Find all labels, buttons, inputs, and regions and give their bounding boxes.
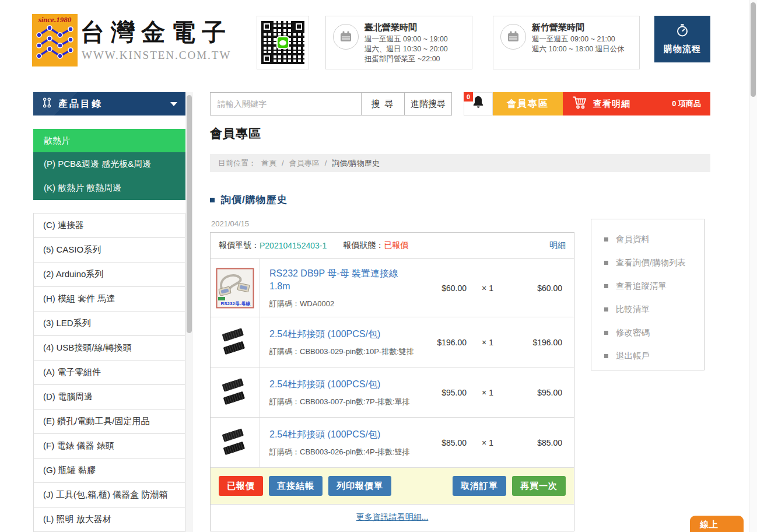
qr-finder-icon [261,21,272,32]
menu-item-watchlist[interactable]: 查看追蹤清單 [591,274,704,298]
breadcrumb: 目前位置： 首頁 / 會員專區 / 詢價/購物歷史 [210,154,710,172]
sidebar-item-bottles[interactable]: (G) 瓶罐 黏膠 [34,459,185,483]
cart-icon [572,96,587,112]
shopping-flow-button[interactable]: 購物流程 [654,16,710,62]
cart-label: 查看明細 [593,99,630,110]
order-item-row: 2.54杜邦接頭 (100PCS/包) 訂購碼：CBB003-026-pin數:… [211,417,574,467]
sidebar-item-pcb[interactable]: (P) PCB&週邊 感光板&周邊 [33,152,185,176]
product-image[interactable] [211,418,260,467]
sidebar-scrollbar-thumb[interactable] [187,95,192,333]
notification-badge: 0 [464,92,473,102]
sidebar-item-drill[interactable]: (E) 鑽孔/電動工具/固定用品 [34,410,185,434]
svg-text:RS232母-母線: RS232母-母線 [220,301,251,306]
sidebar-item-led[interactable]: (3) LED系列 [34,312,185,336]
taipei-hours-line: 週一至週五 09:00 ~ 19:00 [365,34,448,44]
taipei-hours-title: 臺北營業時間 [365,22,448,33]
sidebar-item-components[interactable]: (A) 電子零組件 [34,360,185,385]
logo[interactable]: since.1980 [32,14,78,66]
square-bullet-icon [604,237,608,242]
sidebar-item-computer[interactable]: (D) 電腦周邊 [34,385,185,410]
order-actions: 已報價 直接結帳 列印報價單 取消訂單 再買一次 [211,467,574,504]
product-title-link[interactable]: RS232 DB9P 母-母 裝置連接線 1.8m [269,267,415,293]
quoted-status-button[interactable]: 已報價 [219,476,263,496]
item-price: $60.00 [423,284,467,293]
breadcrumb-separator: / [282,159,284,167]
order-number-link[interactable]: P202104152403-1 [260,241,327,250]
sidebar-item-tools[interactable]: (J) 工具(包,箱,櫃) 儀器盒 防潮箱 [34,483,185,508]
sidebar-item-usb[interactable]: (4) USB接頭/線/轉換頭 [34,336,185,360]
sidebar-item-heatsink[interactable]: (K) 散熱片 散熱周邊 [33,176,185,200]
buy-again-button[interactable]: 再買一次 [512,476,566,496]
search-input[interactable] [211,93,361,115]
order-detail-link[interactable]: 明細 [549,240,566,251]
product-code: 訂購碼：WDA0002 [269,299,423,309]
sidebar-item-arduino[interactable]: (2) Arduino系列 [34,262,185,287]
item-total: $95.00 [509,388,562,397]
more-info-link[interactable]: 更多資訊請看明細... [356,512,429,522]
sidebar-item-lighting[interactable]: (L) 照明 放大器材 [34,508,185,532]
bell-icon [471,95,485,113]
sidebar-item-connector[interactable]: (C) 連接器 [34,214,185,238]
page-scrollbar-thumb[interactable] [751,2,756,97]
sidebar-item-meter[interactable]: (F) 電錶 儀器 錶頭 [34,434,185,459]
search-button[interactable]: 搜 尋 [361,93,404,115]
menu-item-logout[interactable]: 退出帳戶 [591,344,704,368]
menu-item-label: 查看追蹤清單 [616,281,667,292]
logo-since-text: since.1980 [32,14,78,24]
square-bullet-icon [210,198,215,202]
hsinchu-hours-panel: 新竹營業時間 週一至週五 09:00 ~ 21:00 週六 10:00 ~ 18… [493,16,640,69]
square-bullet-icon [604,331,608,335]
sidebar-item-heatsink-highlight[interactable]: 散熱片 [33,129,185,152]
product-title-link[interactable]: 2.54杜邦接頭 (100PCS/包) [269,428,415,441]
online-chat-button[interactable]: 線上 [690,516,744,532]
hsinchu-hours-line: 週一至週五 09:00 ~ 21:00 [532,34,625,44]
menu-item-profile[interactable]: 會員資料 [591,228,704,251]
shopping-flow-label: 購物流程 [664,44,701,55]
chevron-down-icon [170,102,177,106]
pin-header-icon [41,97,52,111]
qr-finder-icon [293,21,304,32]
product-title-link[interactable]: 2.54杜邦接頭 (100PCS/包) [269,378,415,391]
section-header: 詢價/購物歷史 [210,193,288,206]
menu-item-label: 會員資料 [616,234,650,245]
menu-item-compare[interactable]: 比較清單 [591,298,704,321]
cart-button[interactable]: 查看明細 0 項商品 [563,92,710,116]
product-image[interactable] [211,368,260,417]
item-total: $196.00 [509,338,562,347]
menu-item-label: 比較清單 [616,304,650,315]
menu-item-order-list[interactable]: 查看詢價/購物列表 [591,251,704,274]
order-footer: 更多資訊請看明細... [211,504,574,531]
calendar-icon [500,24,526,50]
product-image[interactable] [211,317,260,367]
taipei-hours-panel: 臺北營業時間 週一至週五 09:00 ~ 19:00 週六、週日 10:30 ~… [325,16,472,69]
notification-button[interactable]: 0 [464,92,493,116]
product-title-link[interactable]: 2.54杜邦接頭 (100PCS/包) [269,328,415,341]
menu-item-change-password[interactable]: 修改密碼 [591,321,704,344]
sidebar-item-casio[interactable]: (5) CASIO系列 [34,238,185,262]
checkout-button[interactable]: 直接結帳 [269,476,323,496]
section-title: 詢價/購物歷史 [221,193,288,206]
square-bullet-icon [604,261,608,265]
page: since.1980 台灣金電子 WWW.KINSTEN.COM.TW [0,0,757,532]
breadcrumb-member-link[interactable]: 會員專區 [289,158,320,169]
item-total: $85.00 [509,438,562,447]
product-image[interactable]: RS232母-母線 [211,259,260,317]
line-app-icon [276,36,289,49]
calendar-icon [333,24,359,50]
sidebar-scrollbar[interactable] [185,92,193,532]
brand-name[interactable]: 台灣金電子 [80,16,232,48]
page-scrollbar[interactable] [749,0,757,532]
breadcrumb-home-link[interactable]: 首頁 [261,158,276,169]
cancel-order-button[interactable]: 取消訂單 [453,476,506,496]
product-catalog-header[interactable]: 產品目錄 [33,92,185,116]
advanced-search-button[interactable]: 進階搜尋 [404,93,451,115]
menu-item-label: 查看詢價/購物列表 [616,257,686,268]
hsinchu-hours-title: 新竹營業時間 [532,22,625,33]
order-card: 報價單號： P202104152403-1 報價狀態： 已報價 明細 RS232… [210,232,574,531]
print-quote-button[interactable]: 列印報價單 [328,476,391,496]
member-area-button[interactable]: 會員專區 [493,92,563,116]
sidebar-item-modules[interactable]: (H) 模組 套件 馬達 [34,287,185,312]
order-date: 2021/04/15 [211,219,249,228]
order-header: 報價單號： P202104152403-1 報價狀態： 已報價 明細 [211,233,574,258]
product-code: 訂購碼：CBB003-029-pin數:10P-排數:雙排 [269,346,423,357]
